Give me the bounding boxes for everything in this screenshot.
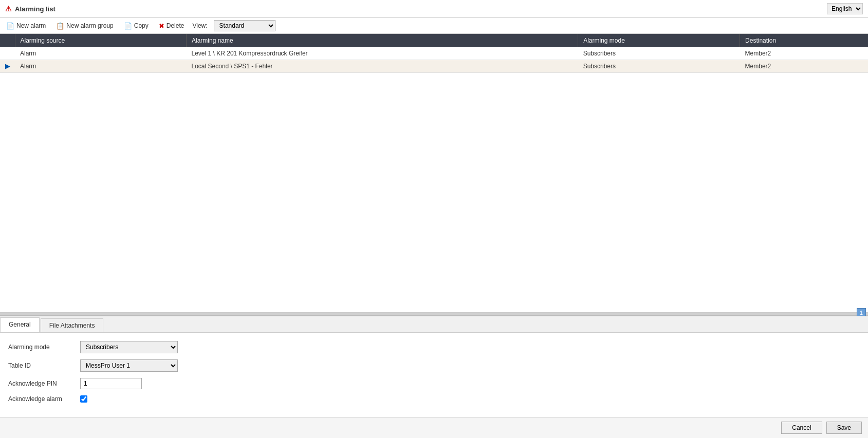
copy-label: Copy bbox=[134, 22, 149, 29]
cell-name: Level 1 \ KR 201 Kompressordruck Greifer bbox=[187, 47, 578, 60]
new-alarm-icon: 📄 bbox=[6, 22, 14, 30]
col-alarming-mode: Alarming mode bbox=[578, 34, 740, 47]
acknowledge-alarm-row: Acknowledge alarm bbox=[8, 395, 860, 403]
cancel-button[interactable]: Cancel bbox=[781, 422, 822, 434]
cell-source: Alarm bbox=[15, 60, 187, 73]
new-alarm-button[interactable]: 📄 New alarm bbox=[4, 21, 48, 31]
alarm-table: Alarming source Alarming name Alarming m… bbox=[0, 34, 868, 73]
view-select[interactable]: Standard bbox=[214, 20, 275, 31]
new-alarm-group-button[interactable]: 📋 New alarm group bbox=[54, 21, 115, 31]
col-indicator bbox=[0, 34, 15, 47]
alarm-icon: ⚠ bbox=[5, 5, 12, 13]
detail-tabs: General File Attachments bbox=[0, 316, 868, 333]
acknowledge-alarm-checkbox[interactable] bbox=[80, 395, 87, 403]
tab-general[interactable]: General bbox=[0, 317, 40, 332]
table-header-row: Alarming source Alarming name Alarming m… bbox=[0, 34, 868, 47]
cell-mode: Subscribers bbox=[578, 60, 740, 73]
new-alarm-group-icon: 📋 bbox=[56, 22, 64, 30]
alarming-mode-select[interactable]: Subscribers bbox=[80, 341, 178, 353]
title-bar: ⚠ Alarming list English bbox=[0, 0, 868, 18]
cell-mode: Subscribers bbox=[578, 47, 740, 60]
toolbar: 📄 New alarm 📋 New alarm group 📄 Copy ✖ D… bbox=[0, 18, 868, 34]
new-alarm-label: New alarm bbox=[16, 22, 46, 29]
acknowledge-pin-input[interactable] bbox=[80, 378, 142, 389]
language-selector[interactable]: English bbox=[827, 3, 863, 14]
copy-button[interactable]: 📄 Copy bbox=[122, 21, 151, 31]
detail-panel: General File Attachments Alarming mode S… bbox=[0, 316, 868, 417]
acknowledge-pin-label: Acknowledge PIN bbox=[8, 380, 80, 387]
delete-icon: ✖ bbox=[159, 22, 164, 30]
page-title: Alarming list bbox=[15, 5, 56, 13]
copy-icon: 📄 bbox=[124, 22, 132, 30]
row-indicator: ▶ bbox=[0, 60, 15, 73]
col-destination: Destination bbox=[740, 34, 868, 47]
alarm-table-area: Alarming source Alarming name Alarming m… bbox=[0, 34, 868, 313]
row-indicator bbox=[0, 47, 15, 60]
acknowledge-pin-row: Acknowledge PIN bbox=[8, 378, 860, 389]
save-button[interactable]: Save bbox=[826, 422, 862, 434]
alarming-mode-row: Alarming mode Subscribers bbox=[8, 341, 860, 353]
cell-source: Alarm bbox=[15, 47, 187, 60]
table-id-label: Table ID bbox=[8, 362, 80, 369]
acknowledge-alarm-label: Acknowledge alarm bbox=[8, 395, 80, 403]
tab-file-attachments[interactable]: File Attachments bbox=[41, 318, 104, 332]
language-select[interactable]: English bbox=[827, 3, 863, 14]
view-label: View: bbox=[192, 22, 207, 29]
cell-destination: Member2 bbox=[740, 47, 868, 60]
table-row[interactable]: ▶ Alarm Local Second \ SPS1 - Fehler Sub… bbox=[0, 60, 868, 73]
delete-button[interactable]: ✖ Delete bbox=[157, 21, 187, 31]
alarming-mode-label: Alarming mode bbox=[8, 344, 80, 351]
cell-name: Local Second \ SPS1 - Fehler bbox=[187, 60, 578, 73]
cell-destination: Member2 bbox=[740, 60, 868, 73]
col-alarming-source: Alarming source bbox=[15, 34, 187, 47]
bottom-bar: Cancel Save bbox=[0, 417, 868, 438]
detail-content: Alarming mode Subscribers Table ID MessP… bbox=[0, 333, 868, 417]
delete-label: Delete bbox=[167, 22, 184, 29]
new-alarm-group-label: New alarm group bbox=[66, 22, 113, 29]
table-id-row: Table ID MessPro User 1 bbox=[8, 359, 860, 372]
col-alarming-name: Alarming name bbox=[187, 34, 578, 47]
table-id-select[interactable]: MessPro User 1 bbox=[80, 359, 178, 372]
table-row[interactable]: Alarm Level 1 \ KR 201 Kompressordruck G… bbox=[0, 47, 868, 60]
title-bar-left: ⚠ Alarming list bbox=[5, 5, 56, 13]
